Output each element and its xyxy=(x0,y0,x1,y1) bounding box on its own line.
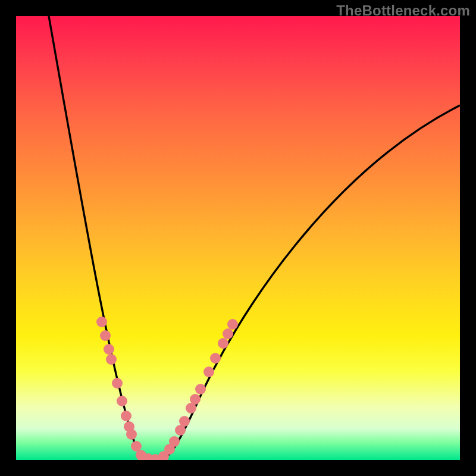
chart-marker xyxy=(126,429,137,440)
chart-marker xyxy=(179,416,190,427)
chart-marker xyxy=(117,396,127,406)
chart-marker xyxy=(210,353,221,364)
chart-curve xyxy=(49,16,460,459)
chart-marker xyxy=(203,367,214,377)
chart-marker xyxy=(169,436,180,447)
chart-plot-area xyxy=(16,16,460,460)
chart-svg xyxy=(16,16,460,460)
chart-marker xyxy=(218,338,228,349)
chart-marker xyxy=(96,317,107,327)
watermark-text: TheBottleneck.com xyxy=(336,2,470,19)
chart-marker xyxy=(112,378,123,389)
chart-marker xyxy=(195,384,206,394)
chart-marker xyxy=(121,411,131,421)
chart-marker xyxy=(190,394,201,405)
chart-marker xyxy=(106,354,117,365)
chart-marker xyxy=(104,344,114,355)
chart-marker xyxy=(100,330,111,341)
chart-markers xyxy=(96,317,238,460)
chart-marker xyxy=(227,319,238,330)
chart-marker xyxy=(223,328,233,339)
